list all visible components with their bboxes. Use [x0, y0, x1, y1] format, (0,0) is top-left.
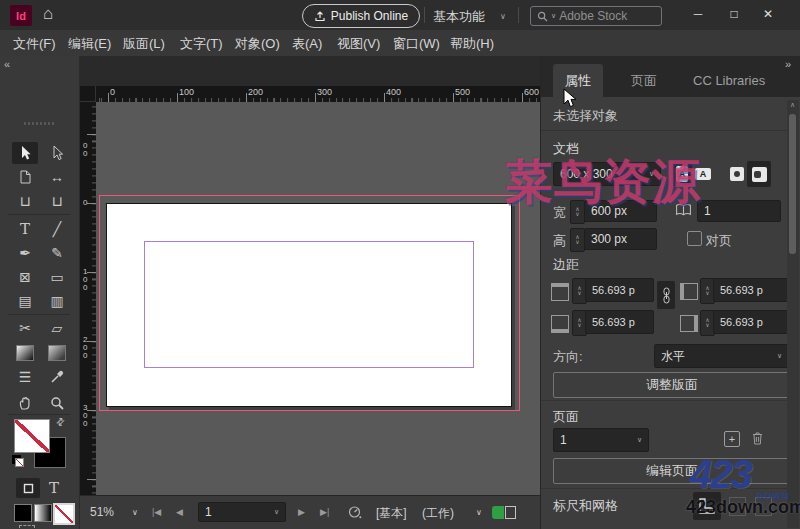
minimize-button[interactable]: ─ [688, 7, 708, 21]
menu-table[interactable]: 表(A) [292, 35, 322, 53]
ruler-origin-box[interactable] [80, 86, 96, 102]
height-value: 300 px [591, 232, 627, 246]
scrollbar-thumb[interactable] [789, 114, 796, 254]
chevron-down-icon[interactable]: ∨ [132, 508, 138, 517]
link-margins-button[interactable] [657, 281, 675, 309]
expand-panel-icon[interactable]: » [785, 58, 791, 70]
menu-edit[interactable]: 编辑(E) [68, 35, 111, 53]
delete-page-button[interactable] [751, 431, 764, 446]
next-page-button[interactable]: ▶ [298, 507, 305, 517]
margin-left-field[interactable]: 56.693 p [713, 278, 789, 302]
home-icon[interactable]: ⌂ [43, 4, 53, 24]
rectangle-tool[interactable]: ▭ [44, 266, 70, 288]
first-page-button[interactable]: |◀ [152, 507, 161, 517]
menu-layout[interactable]: 版面(L) [123, 35, 165, 53]
default-swatches-none-icon[interactable] [15, 458, 24, 467]
gap-tool[interactable]: ↔ [44, 166, 70, 188]
preflight-gauge-icon[interactable] [348, 505, 362, 519]
stepper-down-icon[interactable]: ∨ [575, 240, 579, 245]
pen-tool[interactable]: ✒ [12, 242, 38, 264]
collapse-panel-icon[interactable]: « [4, 58, 10, 70]
frame-tool[interactable]: ⊠ [12, 266, 38, 288]
edit-pages-button[interactable]: 编辑页面 [553, 458, 791, 484]
selection-tool[interactable] [12, 142, 38, 164]
tab-properties[interactable]: 属性 [553, 64, 603, 97]
close-button[interactable]: ✕ [758, 7, 778, 21]
adobe-stock-search[interactable]: ∨ Adobe Stock [530, 6, 662, 26]
text-direction-vertical-button[interactable] [728, 164, 746, 184]
menu-view[interactable]: 视图(V) [337, 35, 380, 53]
preflight-status-indicator[interactable] [492, 506, 518, 519]
stepper-down-icon[interactable]: ∨ [705, 323, 709, 328]
margin-top-field[interactable]: 56.693 p [585, 278, 654, 302]
chevron-down-icon[interactable]: ∨ [476, 508, 482, 517]
adjust-layout-button[interactable]: 调整版面 [553, 372, 791, 398]
apply-none-button[interactable] [53, 503, 75, 525]
height-field[interactable]: 300 px [584, 228, 657, 250]
menu-help[interactable]: 帮助(H) [450, 35, 494, 53]
formatting-affects-text-button[interactable]: T [44, 478, 64, 498]
stepper-down-icon[interactable]: ∨ [577, 291, 581, 296]
tab-cc-libraries[interactable]: CC Libraries [681, 64, 777, 97]
line-tool[interactable]: ╱ [44, 218, 70, 240]
scissors-tool[interactable]: ✂ [12, 317, 38, 339]
gradient-tool[interactable] [12, 342, 38, 364]
maximize-button[interactable]: □ [724, 7, 744, 21]
facing-pages-checkbox[interactable] [687, 231, 702, 246]
menu-file[interactable]: 文件(F) [13, 35, 56, 53]
stepper-down-icon[interactable]: ∨ [577, 323, 581, 328]
apply-color-button[interactable] [14, 504, 32, 522]
gradient-feather-tool[interactable] [44, 342, 70, 364]
chevron-down-icon[interactable]: ∨ [500, 12, 506, 21]
content-placer-tool[interactable]: ⊔ [44, 190, 70, 212]
scroll-up-icon[interactable]: ∧ [790, 101, 795, 109]
zoom-tool[interactable] [44, 392, 70, 414]
stepper-down-icon[interactable]: ∨ [705, 291, 709, 296]
menu-window[interactable]: 窗口(W) [393, 35, 440, 53]
direct-selection-tool[interactable] [44, 142, 70, 164]
zoom-level[interactable]: 51% [90, 505, 114, 519]
upload-icon [314, 10, 326, 22]
horizontal-ruler[interactable]: 0 100 200 300 400 500 600 [96, 86, 540, 102]
hand-tool[interactable] [12, 392, 38, 414]
margin-right-field[interactable]: 56.693 p [713, 310, 789, 334]
frame-grid-options-icon[interactable] [19, 525, 35, 529]
previous-page-button[interactable]: ◀ [176, 507, 183, 517]
tab-pages[interactable]: 页面 [619, 64, 669, 97]
workspace-switcher[interactable]: 基本功能 [433, 8, 485, 26]
add-page-button[interactable]: + [724, 431, 740, 447]
last-page-button[interactable]: ▶| [320, 507, 329, 517]
eyedropper-tool[interactable] [44, 366, 70, 388]
pasteboard[interactable] [96, 102, 540, 495]
note-tool[interactable]: ☰ [12, 366, 38, 388]
page-icon [18, 169, 32, 185]
page-tool[interactable] [12, 166, 38, 188]
type-tool[interactable]: T [12, 218, 38, 240]
chevron-down-icon[interactable]: ∨ [274, 508, 279, 516]
current-page-dropdown[interactable]: 1 ∨ [553, 428, 649, 452]
fill-swatch-none[interactable] [14, 419, 50, 453]
pencil-tool[interactable]: ✎ [44, 242, 70, 264]
apply-gradient-button[interactable] [34, 504, 52, 522]
content-collector-tool[interactable]: ⊔ [12, 190, 38, 212]
panel-grip[interactable] [24, 122, 56, 125]
preflight-profile[interactable]: [基本] [376, 505, 407, 522]
menu-type[interactable]: 文字(T) [180, 35, 223, 53]
horizontal-grid-tool[interactable]: ▤ [12, 290, 38, 312]
pages-count-field[interactable]: 1 [697, 200, 781, 222]
vertical-ruler[interactable]: 0 0 0 1 0 0 2 0 0 3 0 0 [80, 102, 96, 495]
formatting-affects-container-button[interactable] [16, 478, 40, 498]
green-indicator [492, 506, 504, 519]
free-transform-tool[interactable]: ▱ [44, 317, 70, 339]
vertical-grid-tool[interactable]: ▥ [44, 290, 70, 312]
publish-online-button[interactable]: Publish Online [302, 4, 420, 28]
page-number-field[interactable]: 1 ∨ [198, 502, 286, 522]
margin-bottom-field[interactable]: 56.693 p [585, 310, 654, 334]
swap-fill-stroke-icon[interactable]: ⇄ [53, 415, 67, 429]
direction-dropdown[interactable]: 水平 ∨ [654, 344, 789, 368]
panel-scrollbar[interactable]: ∧ [787, 100, 799, 528]
height-stepper[interactable]: ∧∨ [570, 228, 585, 252]
text-direction-horizontal-button[interactable] [747, 161, 771, 187]
menu-object[interactable]: 对象(O) [235, 35, 280, 53]
menu-bar: 文件(F) 编辑(E) 版面(L) 文字(T) 对象(O) 表(A) 视图(V)… [0, 30, 800, 56]
